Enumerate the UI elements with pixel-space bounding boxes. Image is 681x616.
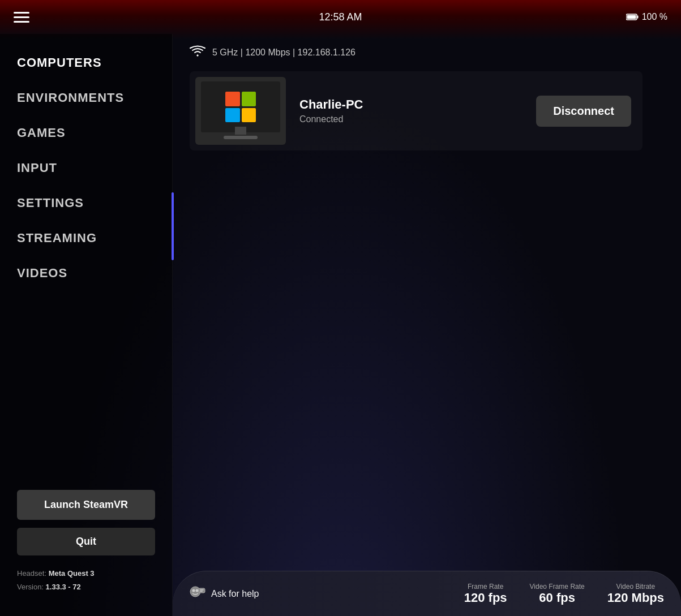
svg-rect-2 (627, 15, 636, 19)
version-label: Version: (17, 583, 44, 591)
sidebar-bottom: Launch SteamVR Quit Headset: Meta Quest … (0, 479, 172, 605)
wifi-bar: 5 GHz | 1200 Mbps | 192.168.1.126 (190, 45, 664, 60)
headset-label: Headset: (17, 569, 46, 578)
sidebar-item-computers[interactable]: COMPUTERS (17, 45, 155, 80)
quit-button[interactable]: Quit (17, 528, 155, 555)
svg-rect-8 (200, 591, 203, 592)
ask-help-label: Ask for help (211, 589, 259, 599)
battery-indicator: 100 % (626, 12, 667, 22)
win-blue-square (225, 108, 240, 123)
headset-value: Meta Quest 3 (49, 569, 95, 578)
monitor-base (224, 136, 258, 139)
sidebar-item-streaming[interactable]: STREAMING (17, 221, 155, 256)
windows-logo (225, 92, 256, 122)
svg-rect-6 (199, 588, 205, 593)
monitor-screen (201, 81, 280, 132)
frame-rate-stat: Frame Rate 120 fps (464, 583, 507, 605)
svg-point-4 (192, 589, 195, 592)
ask-help-icon (190, 586, 205, 601)
wifi-icon (190, 45, 205, 60)
frame-rate-label: Frame Rate (468, 583, 503, 591)
menu-button[interactable] (14, 12, 29, 23)
battery-percent: 100 % (642, 12, 667, 22)
content-area: COMPUTERS ENVIRONMENTS GAMES INPUT SETTI… (0, 34, 681, 616)
video-bitrate-stat: Video Bitrate 120 Mbps (607, 583, 664, 605)
sidebar-item-games[interactable]: GAMES (17, 115, 155, 150)
sidebar-item-settings[interactable]: SETTINGS (17, 186, 155, 221)
ask-help-button[interactable]: Ask for help (190, 586, 259, 601)
frame-rate-value: 120 fps (464, 591, 507, 605)
computer-info: Charlie-PC Connected (299, 97, 522, 124)
header: 12:58 AM 100 % (0, 0, 681, 34)
sidebar-item-environments[interactable]: ENVIRONMENTS (17, 80, 155, 115)
computer-name: Charlie-PC (299, 97, 522, 112)
disconnect-button[interactable]: Disconnect (536, 96, 631, 127)
sidebar-nav: COMPUTERS ENVIRONMENTS GAMES INPUT SETTI… (0, 45, 172, 479)
video-frame-rate-label: Video Frame Rate (530, 583, 585, 591)
video-bitrate-value: 120 Mbps (607, 591, 664, 605)
video-bitrate-label: Video Bitrate (616, 583, 656, 591)
win-yellow-square (242, 108, 256, 123)
sidebar-item-input[interactable]: INPUT (17, 150, 155, 186)
computer-card: Charlie-PC Connected Disconnect (190, 71, 643, 150)
launch-steamvr-button[interactable]: Launch SteamVR (17, 490, 155, 520)
clock-display: 12:58 AM (319, 11, 362, 23)
computer-status: Connected (299, 114, 522, 124)
battery-icon (626, 14, 639, 20)
sidebar-item-videos[interactable]: VIDEOS (17, 256, 155, 291)
svg-point-5 (196, 589, 199, 592)
monitor-stand (235, 127, 246, 135)
computer-thumbnail (195, 77, 286, 145)
video-frame-rate-stat: Video Frame Rate 60 fps (530, 583, 585, 605)
version-value: 1.33.3 - 72 (46, 583, 81, 591)
main-panel: 5 GHz | 1200 Mbps | 192.168.1.126 (173, 34, 681, 616)
win-green-square (242, 92, 256, 106)
svg-rect-1 (637, 16, 638, 19)
video-frame-rate-value: 60 fps (539, 591, 575, 605)
sidebar: COMPUTERS ENVIRONMENTS GAMES INPUT SETTI… (0, 34, 173, 616)
status-bar: Ask for help Frame Rate 120 fps Video Fr… (173, 571, 681, 616)
headset-info: Headset: Meta Quest 3 Version: 1.33.3 - … (17, 567, 155, 593)
win-red-square (225, 92, 240, 106)
left-accent-bar (172, 192, 174, 260)
svg-rect-7 (200, 589, 204, 591)
wifi-info-text: 5 GHz | 1200 Mbps | 192.168.1.126 (212, 48, 356, 58)
